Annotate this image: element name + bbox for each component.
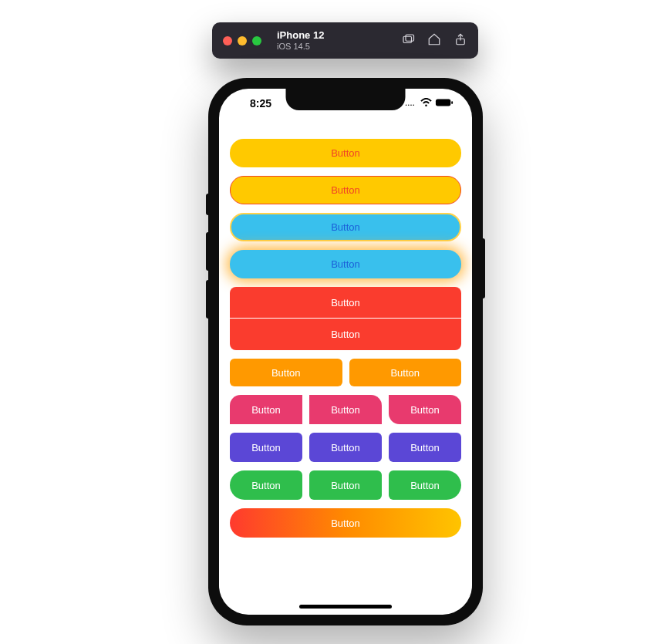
button-red-2[interactable]: Button: [230, 319, 461, 350]
wifi-icon: [420, 97, 432, 110]
button-yellow-2[interactable]: Button: [230, 176, 461, 204]
purple-row: Button Button Button: [230, 433, 461, 462]
window-title-block: iPhone 12 iOS 14.5: [277, 30, 401, 52]
window-subtitle: iOS 14.5: [277, 42, 401, 52]
phone-screen: 8:25 Button Button Button Button Button: [219, 89, 472, 615]
traffic-lights: [223, 36, 261, 46]
button-pink-3[interactable]: Button: [389, 395, 461, 424]
button-pink-1[interactable]: Button: [230, 395, 302, 424]
cellular-icon: [405, 97, 417, 110]
button-pink-2[interactable]: Button: [309, 395, 382, 424]
fullscreen-dot-icon[interactable]: [252, 36, 261, 46]
button-green-1[interactable]: Button: [230, 470, 302, 500]
side-button-mute: [206, 194, 208, 215]
button-green-2[interactable]: Button: [309, 470, 382, 500]
button-orange-2[interactable]: Button: [349, 359, 462, 386]
button-purple-2[interactable]: Button: [309, 433, 382, 462]
screenshot-icon[interactable]: [401, 32, 415, 49]
side-button-vol-up: [206, 232, 208, 271]
status-time: 8:25: [238, 97, 284, 110]
svg-point-4: [408, 104, 410, 106]
svg-rect-0: [403, 36, 412, 42]
home-icon[interactable]: [427, 32, 441, 49]
notch: [286, 89, 406, 110]
button-red-1[interactable]: Button: [230, 287, 461, 319]
app-content: Button Button Button Button Button Butto…: [230, 139, 461, 598]
button-yellow-1[interactable]: Button: [230, 139, 461, 167]
button-purple-3[interactable]: Button: [389, 433, 461, 462]
battery-icon: [435, 97, 454, 110]
button-gradient[interactable]: Button: [230, 508, 461, 538]
svg-point-3: [406, 104, 407, 106]
svg-point-5: [410, 104, 412, 106]
window-title: iPhone 12: [277, 30, 401, 42]
side-button-vol-dn: [206, 280, 208, 319]
svg-rect-9: [451, 101, 453, 104]
green-row: Button Button Button: [230, 470, 461, 500]
button-orange-1[interactable]: Button: [230, 359, 342, 386]
minimize-dot-icon[interactable]: [238, 36, 247, 46]
close-dot-icon[interactable]: [223, 36, 232, 46]
side-button-right: [483, 238, 485, 298]
window-actions: [401, 32, 467, 49]
status-icons: [407, 97, 454, 110]
red-button-group: Button Button: [230, 287, 461, 350]
button-green-3[interactable]: Button: [389, 470, 461, 500]
svg-rect-8: [436, 99, 450, 106]
button-sky-2[interactable]: Button: [230, 250, 461, 278]
phone-frame: 8:25 Button Button Button Button Button: [208, 78, 483, 625]
svg-point-7: [425, 104, 427, 106]
share-icon[interactable]: [454, 32, 467, 49]
orange-row: Button Button: [230, 359, 461, 386]
svg-rect-1: [406, 35, 414, 41]
pink-row: Button Button Button: [230, 395, 461, 424]
svg-point-6: [413, 104, 414, 106]
home-indicator[interactable]: [299, 605, 392, 609]
button-purple-1[interactable]: Button: [230, 433, 302, 462]
button-sky-1[interactable]: Button: [230, 213, 461, 241]
simulator-window-header: iPhone 12 iOS 14.5: [212, 22, 478, 59]
